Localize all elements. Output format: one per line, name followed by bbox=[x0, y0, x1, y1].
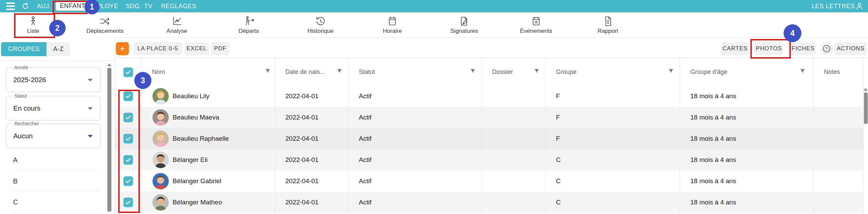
letter-item-a[interactable]: A bbox=[13, 156, 17, 164]
column-divider bbox=[545, 58, 546, 214]
scroll-up-icon[interactable] bbox=[864, 88, 868, 91]
row-checkbox[interactable] bbox=[123, 198, 133, 207]
filter-icon[interactable] bbox=[668, 68, 674, 74]
nav-item-tv[interactable]: TV bbox=[144, 3, 152, 10]
child-photo-avatar bbox=[152, 130, 169, 147]
filter-icon[interactable] bbox=[800, 68, 805, 74]
avatar bbox=[152, 109, 169, 126]
chart-icon bbox=[171, 15, 183, 27]
year-select[interactable]: Année 2025-2026 bbox=[6, 67, 100, 92]
row-checkbox[interactable] bbox=[123, 176, 133, 186]
toolbar-item-label: Rapport bbox=[598, 28, 618, 35]
avatar bbox=[152, 173, 169, 189]
row-checkbox[interactable] bbox=[123, 155, 133, 165]
table-row[interactable]: Beaulieu Raphaelle2022-04-01ActifF18 moi… bbox=[115, 128, 863, 149]
module-toolbar: ListeDéplacementsAnalyseDépartsHistoriqu… bbox=[0, 12, 868, 38]
table-row[interactable]: Beaulieu Maeva2022-04-01ActifF18 mois à … bbox=[115, 107, 863, 128]
help-button[interactable]: ? bbox=[820, 42, 833, 55]
cell-name: Beaulieu Raphaelle bbox=[173, 135, 229, 142]
chevron-down-icon bbox=[88, 79, 93, 81]
column-header-notes[interactable]: Notes bbox=[824, 68, 840, 76]
tab-groupes[interactable]: GROUPES bbox=[1, 42, 46, 56]
nav-item-enfant[interactable]: ENFANT bbox=[56, 1, 90, 11]
add-button[interactable]: + bbox=[116, 42, 129, 55]
sidebar-scrollbar[interactable] bbox=[107, 68, 111, 212]
cartes-button[interactable]: CARTES bbox=[721, 42, 749, 55]
check-icon bbox=[125, 135, 132, 142]
column-divider bbox=[680, 58, 680, 214]
table-scrollbar[interactable] bbox=[864, 92, 868, 124]
cell-birthdate: 2022-04-01 bbox=[285, 199, 318, 206]
excel-button[interactable]: EXCEL bbox=[185, 42, 209, 55]
toolbar-item-rapport[interactable]: Rapport bbox=[572, 12, 644, 38]
cell-status: Actif bbox=[359, 114, 371, 121]
status-select-label: Statut bbox=[13, 93, 29, 99]
toolbar-item-signatures[interactable]: Signatures bbox=[428, 12, 500, 38]
refresh-icon[interactable] bbox=[21, 2, 29, 12]
toolbar-item-horaire[interactable]: Horaire bbox=[356, 12, 428, 38]
toolbar-item-historique[interactable]: Historique bbox=[285, 12, 356, 38]
signature-icon bbox=[458, 15, 470, 27]
cell-birthdate: 2022-04-01 bbox=[285, 114, 318, 121]
status-select-value: En cours bbox=[13, 104, 40, 112]
toolbar-item-label: Événements bbox=[520, 28, 552, 35]
toolbar-item-evenements[interactable]: Événements bbox=[500, 12, 572, 38]
fiches-button[interactable]: FICHES bbox=[790, 42, 816, 55]
row-checkbox[interactable] bbox=[123, 113, 133, 122]
table-row[interactable]: Bélanger Eli2022-04-01ActifC18 mois à 4 … bbox=[115, 149, 863, 171]
pdf-button[interactable]: PDF bbox=[211, 42, 229, 55]
nav-item-aujourdhui[interactable]: AUJ. bbox=[37, 3, 51, 10]
la-place-button[interactable]: LA PLACE 0-5 bbox=[133, 42, 182, 55]
question-mark-icon: ? bbox=[822, 44, 831, 53]
table-row[interactable]: Bélanger Gabriel2022-04-01ActifC18 mois … bbox=[115, 171, 863, 192]
toolbar-item-label: Déplacements bbox=[86, 28, 124, 35]
walk-arrow-icon bbox=[243, 15, 255, 27]
toolbar-item-liste[interactable]: Liste bbox=[0, 12, 69, 38]
toolbar-item-departs[interactable]: Départs bbox=[213, 12, 285, 38]
toolbar-item-analyse[interactable]: Analyse bbox=[141, 12, 213, 38]
column-header-group[interactable]: Groupe bbox=[556, 68, 577, 76]
child-photo-avatar bbox=[152, 173, 169, 189]
select-all-checkbox[interactable] bbox=[123, 67, 133, 77]
row-checkbox[interactable] bbox=[123, 91, 133, 101]
column-header-name[interactable]: Nom bbox=[152, 68, 165, 76]
actions-button[interactable]: ACTIONS bbox=[835, 42, 867, 55]
scroll-up-icon[interactable] bbox=[107, 63, 111, 66]
sidebar-tabs: GROUPES A-Z bbox=[1, 42, 70, 56]
table-header: NomDate de nais...StatutDossierGroupeGro… bbox=[115, 58, 863, 86]
cell-name: Bélanger Matheo bbox=[173, 199, 222, 206]
status-select[interactable]: Statut En cours bbox=[6, 96, 100, 121]
hamburger-menu-icon[interactable] bbox=[6, 2, 15, 10]
cell-birthdate: 2022-04-01 bbox=[285, 156, 318, 164]
letter-item-c[interactable]: C bbox=[13, 198, 18, 206]
year-select-label: Année bbox=[13, 65, 30, 70]
filter-icon[interactable] bbox=[534, 68, 540, 74]
filter-icon[interactable] bbox=[470, 68, 476, 74]
column-header-dossier[interactable]: Dossier bbox=[492, 68, 513, 76]
search-select-value: Aucun bbox=[13, 132, 33, 140]
filter-icon[interactable] bbox=[265, 68, 271, 74]
row-checkbox[interactable] bbox=[123, 134, 133, 143]
cell-status: Actif bbox=[359, 156, 371, 164]
column-header-birthdate[interactable]: Date de nais... bbox=[285, 68, 325, 76]
photos-button[interactable]: PHOTOS bbox=[755, 42, 783, 55]
cell-birthdate: 2022-04-01 bbox=[285, 92, 318, 100]
column-header-status[interactable]: Statut bbox=[359, 68, 375, 76]
nav-item-sdg[interactable]: SDG bbox=[126, 3, 140, 10]
filter-icon[interactable] bbox=[337, 68, 342, 74]
column-divider bbox=[813, 58, 814, 214]
letter-item-b[interactable]: B bbox=[13, 177, 17, 185]
search-select[interactable]: Rechercher Aucun bbox=[6, 124, 100, 148]
account-icon[interactable] bbox=[855, 2, 864, 12]
sidebar: GROUPES A-Z Année 2025-2026 Statut En co… bbox=[0, 38, 115, 214]
table-row[interactable]: Beaulieu Lily2022-04-01ActifF18 mois à 4… bbox=[115, 86, 863, 107]
account-name-label[interactable]: LES LETTRES bbox=[812, 3, 855, 10]
toolbar-item-deplacements[interactable]: Déplacements bbox=[69, 12, 141, 38]
table-row[interactable]: Bélanger Matheo2022-04-01ActifC18 mois à… bbox=[115, 192, 863, 213]
avatar bbox=[152, 88, 169, 104]
tab-a-z[interactable]: A-Z bbox=[46, 42, 70, 56]
cell-age-group: 18 mois à 4 ans bbox=[690, 114, 736, 121]
nav-item-reglages[interactable]: RÉGLAGES bbox=[161, 3, 196, 10]
column-header-age_group[interactable]: Groupe d'âge bbox=[690, 68, 728, 76]
nav-item-employe[interactable]: EMPLOYÉ bbox=[87, 3, 118, 10]
